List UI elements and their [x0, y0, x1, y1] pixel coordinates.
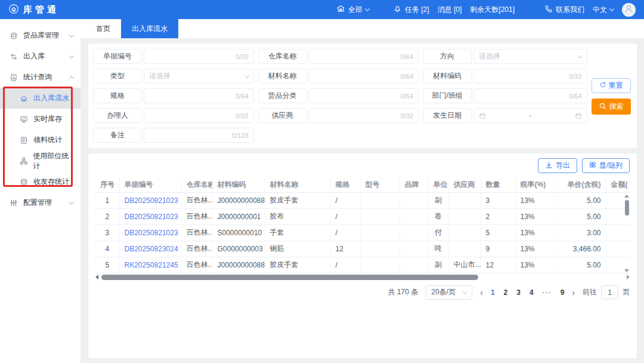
cell-doc-no[interactable]: DB20250821023 — [119, 208, 181, 224]
cell-qty: 3 — [481, 192, 515, 208]
filter-goods-category-input[interactable]: 0/64 — [309, 88, 419, 103]
cell-brand — [400, 257, 428, 273]
page-number-3[interactable]: 3 — [516, 288, 521, 297]
cell-brand — [400, 208, 428, 224]
page-number-1[interactable]: 1 — [491, 288, 495, 297]
goto-unit-label: 页 — [623, 287, 630, 297]
cell-material-name: 胶皮手套 — [265, 257, 330, 273]
column-header-seq[interactable]: 序号 — [95, 177, 119, 192]
cell-doc-no[interactable]: DB20250821023 — [119, 192, 181, 208]
user-avatar[interactable] — [622, 3, 636, 17]
filter-doc-no-input[interactable]: 0/32 — [144, 49, 254, 64]
column-header-supplier[interactable]: 供应商 — [448, 177, 481, 192]
filter-date-input[interactable]: - — [473, 108, 587, 123]
cell-brand — [400, 241, 428, 257]
sidebar-item-goods-db[interactable]: 货品库管理 — [0, 25, 80, 46]
table-row[interactable]: 1DB20250821023百色林...J00000000088胶皮手套/副31… — [95, 192, 630, 208]
language-selector[interactable]: 中文 — [593, 5, 614, 15]
page-number-2[interactable]: 2 — [504, 288, 508, 297]
cell-unit: 副 — [428, 257, 448, 273]
column-header-tax-rate[interactable]: 税率(%) — [515, 177, 557, 192]
cell-qty: 9 — [481, 241, 515, 257]
table-row[interactable]: 4DB20250823024百色林...G0000000003钢筋12吨913%… — [95, 241, 630, 257]
column-header-brand[interactable]: 品牌 — [400, 177, 428, 192]
horizontal-scroll-thumb[interactable] — [101, 275, 478, 280]
sidebar-subitem-inout-summary[interactable]: 收发存统计 — [0, 171, 80, 192]
filter-department-input[interactable]: 0/64 — [473, 88, 587, 103]
goto-page-input[interactable]: 1 — [601, 285, 618, 299]
phone-icon — [544, 5, 553, 15]
table-toolbar: 导出 显/隐列 — [95, 158, 630, 173]
topbar: 库管通 全部 任务 [2] 消息 [0] 剩余天数[201] 联系我们 中文 — [0, 0, 644, 19]
horizontal-scrollbar[interactable] — [95, 274, 630, 281]
cell-doc-no[interactable]: DB20250823024 — [119, 241, 181, 257]
filter-handler-input[interactable]: 0/32 — [144, 108, 254, 123]
vertical-scroll-thumb[interactable] — [625, 200, 629, 216]
table-row[interactable]: 5RK20250821245百色林...J00000000088胶皮手套/副中山… — [95, 257, 630, 273]
cell-doc-no[interactable]: RK20250821245 — [119, 257, 181, 273]
filter-spec-input[interactable]: 0/64 — [144, 88, 254, 103]
sidebar-item-label: 出入库 — [23, 51, 45, 61]
table-row[interactable]: 3DB20250821023百色林...S0000000010手套/付513%3… — [95, 224, 630, 241]
column-header-qty[interactable]: 数量 — [481, 177, 515, 192]
sidebar: 货品库管理出入库统计查询出入库流水实时库存领料统计使用部位统计收发存统计配置管理 — [0, 19, 80, 363]
messages-button[interactable]: 消息 [0] — [438, 5, 462, 15]
column-header-spec[interactable]: 规格 — [330, 177, 360, 192]
tab-home[interactable]: 首页 — [85, 19, 121, 38]
filter-column-2: 仓库名称0/64材料名称0/64货品分类0/64供应商0/32 — [258, 49, 419, 147]
coins-icon — [20, 177, 29, 186]
tasks-label: 任务 [2] — [405, 5, 429, 15]
download-icon — [545, 161, 553, 171]
filter-direction-input[interactable]: 请选择 — [473, 49, 587, 64]
scroll-right-icon[interactable] — [627, 275, 630, 279]
next-page-button[interactable]: › — [572, 288, 575, 297]
column-header-warehouse[interactable]: 仓库名称 — [181, 177, 212, 192]
table-row[interactable]: 2DB20250821023百色林...J0000000001胶布/卷213%5… — [95, 208, 630, 224]
filter-field-direction: 方向请选择 — [423, 49, 587, 64]
sidebar-subitem-inout-flow[interactable]: 出入库流水 — [0, 88, 80, 109]
search-button[interactable]: 搜索 — [592, 99, 631, 115]
column-header-model[interactable]: 型号 — [360, 177, 400, 192]
column-header-unit[interactable]: 单位 — [428, 177, 448, 192]
export-button[interactable]: 导出 — [538, 158, 577, 173]
cell-spec: 12 — [330, 241, 360, 257]
column-header-unit-price[interactable]: 单价(含税) — [557, 177, 606, 192]
cell-warehouse: 百色林... — [181, 257, 212, 273]
column-header-doc-no[interactable]: 单据编号 — [119, 177, 181, 192]
filter-material-name-input[interactable]: 0/64 — [309, 69, 419, 84]
filter-material-code-input[interactable]: 0/32 — [473, 69, 587, 84]
sidebar-item-config[interactable]: 配置管理 — [0, 192, 80, 213]
page-size-select[interactable]: 20条/页 — [426, 285, 472, 300]
scroll-up-icon[interactable] — [624, 195, 629, 198]
scope-selector[interactable]: 全部 — [336, 4, 369, 15]
cell-doc-no[interactable]: DB20250821023 — [119, 224, 181, 241]
page-number-4[interactable]: 4 — [530, 288, 534, 297]
vertical-scrollbar[interactable] — [624, 193, 630, 273]
tab-inout-flow[interactable]: 出入库流水 — [121, 19, 178, 38]
content-area: 单据编号0/32类型请选择规格0/64办理人0/32备注0/128 仓库名称0/… — [80, 39, 644, 363]
contact-us-button[interactable]: 联系我们 — [544, 5, 584, 15]
sidebar-item-stats-query[interactable]: 统计查询 — [0, 67, 80, 88]
scroll-left-icon[interactable] — [95, 275, 98, 279]
sidebar-subitem-realtime-stock[interactable]: 实时库存 — [0, 109, 80, 130]
column-header-amount[interactable]: 金额( — [606, 177, 630, 192]
horizontal-scroll-track[interactable] — [101, 275, 624, 280]
show-hide-columns-button[interactable]: 显/隐列 — [582, 158, 630, 173]
prev-page-button[interactable]: ‹ — [480, 288, 483, 297]
filter-warehouse-name-input[interactable]: 0/64 — [309, 49, 419, 64]
page-number-9[interactable]: 9 — [561, 288, 565, 297]
filter-type-input[interactable]: 请选择 — [144, 69, 254, 84]
tasks-button[interactable]: 任务 [2] — [393, 4, 429, 15]
filter-remark-input[interactable]: 0/128 — [144, 128, 254, 143]
sidebar-item-in-out[interactable]: 出入库 — [0, 46, 80, 67]
sidebar-item-label: 使用部位统计 — [33, 151, 73, 171]
sidebar-subitem-usage-stats[interactable]: 使用部位统计 — [0, 150, 80, 171]
filter-supplier-input[interactable]: 0/32 — [309, 108, 419, 123]
column-header-material-name[interactable]: 材料名称 — [265, 177, 330, 192]
scroll-down-icon[interactable] — [624, 269, 629, 272]
pager-ellipsis[interactable]: ··· — [543, 288, 552, 297]
reset-button[interactable]: 重置 — [592, 78, 631, 93]
column-header-material-code[interactable]: 材料编码 — [212, 177, 265, 192]
sidebar-subitem-material-stats[interactable]: 领料统计 — [0, 130, 80, 150]
inout-icon — [10, 52, 18, 61]
